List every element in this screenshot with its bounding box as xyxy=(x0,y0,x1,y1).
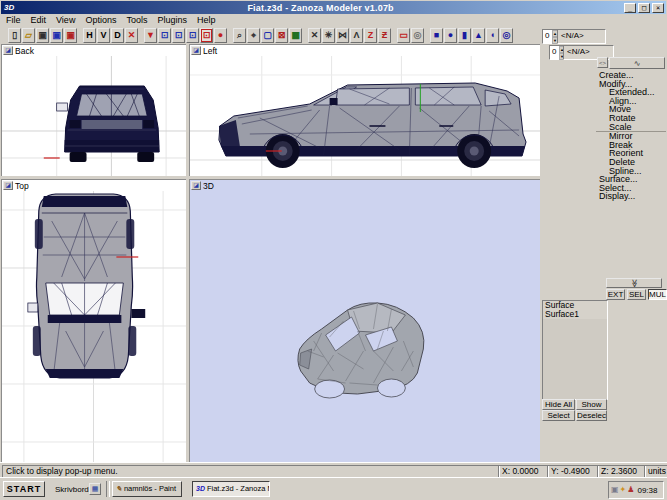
zoom-tool-button[interactable]: ⌕ xyxy=(233,28,246,43)
pick-tool-button[interactable]: ⌖ xyxy=(247,28,260,43)
primitive-box-button[interactable]: ■ xyxy=(430,28,443,43)
bones-tool-button[interactable]: Ʌ xyxy=(350,28,363,43)
minimize-button[interactable]: _ xyxy=(624,3,636,13)
weld-tool-icon: ⋈ xyxy=(338,30,347,40)
viewport-back[interactable]: ◪ Back xyxy=(1,44,187,177)
tray-icon-2[interactable]: ✦ xyxy=(620,486,627,494)
menu-file[interactable]: File xyxy=(1,15,26,25)
status-bar: Click to display pop-up menu. X: 0.0000 … xyxy=(0,462,667,478)
h-view-button[interactable]: H xyxy=(83,28,96,43)
menu-help[interactable]: Help xyxy=(192,15,221,25)
weld-tool-button[interactable]: ⋈ xyxy=(336,28,349,43)
open-file-button[interactable]: ▱ xyxy=(22,28,35,43)
red-frame-tool-icon: ▭ xyxy=(399,30,408,40)
viewport-splitter-vertical[interactable] xyxy=(186,44,189,462)
export-file-button[interactable]: ▣ xyxy=(64,28,77,43)
texture-tool-button[interactable]: ▦ xyxy=(289,28,302,43)
surface-item-surface1[interactable]: Surface1 xyxy=(543,310,607,319)
tray-icon-1[interactable]: ▣ xyxy=(611,486,619,494)
primitive-cylinder-icon: ▮ xyxy=(462,30,467,40)
star-tool-icon: ✳ xyxy=(325,30,333,40)
tray-icon-3[interactable]: ♟ xyxy=(627,486,634,494)
viewport-left[interactable]: ◪ Left xyxy=(189,44,541,177)
edges-mode-icon: ⊡ xyxy=(175,30,183,40)
star-tool-button[interactable]: ✳ xyxy=(322,28,335,43)
d-view-button[interactable]: D xyxy=(111,28,124,43)
objects-mode-icon: ⊡ xyxy=(203,30,211,40)
three-d-view-canvas[interactable] xyxy=(190,191,540,462)
zmodeler-task-button[interactable]: 3D Fiat.z3d - Zanoza Mo... xyxy=(192,481,270,497)
spline-wave-button[interactable]: ∿ xyxy=(609,57,665,69)
viewport-3d-title: 3D xyxy=(203,181,214,191)
edges-mode-button[interactable]: ⊡ xyxy=(172,28,185,43)
target-circle-tool-button[interactable]: ◎ xyxy=(411,28,424,43)
node-icon[interactable]: <> xyxy=(597,57,608,68)
primitive-cylinder-button[interactable]: ▮ xyxy=(458,28,471,43)
primitive-ellipsoid-icon: ◖ xyxy=(490,30,495,40)
collapse-panel-button[interactable]: ≫ xyxy=(606,278,662,288)
menu-plugins[interactable]: Plugins xyxy=(152,15,192,25)
top-view-canvas[interactable] xyxy=(2,191,186,462)
left-view-canvas[interactable] xyxy=(190,56,540,176)
close-button[interactable]: × xyxy=(652,3,664,13)
red-frame-tool-button[interactable]: ▭ xyxy=(397,28,410,43)
viewport-top[interactable]: ◪ Top xyxy=(1,179,187,463)
show-all-button[interactable]: Show All xyxy=(576,399,607,410)
objects-mode-button[interactable]: ⊡ xyxy=(200,28,213,43)
selection-filter-icon: ▼ xyxy=(146,30,155,40)
deselect-button[interactable]: Deselect xyxy=(576,410,607,421)
viewport-menu-icon[interactable]: ◪ xyxy=(3,181,13,190)
surface-list[interactable]: SurfaceSurface1 xyxy=(542,300,608,400)
new-file-icon: ▯ xyxy=(12,30,17,40)
primitive-sphere-button[interactable]: ● xyxy=(444,28,457,43)
toolbar: ▯ ▱ ▣ ▣ ▣ H V D ✕ ▼ xyxy=(1,26,542,44)
desktop-icon[interactable]: ▦ xyxy=(89,483,101,495)
axes-toggle-button[interactable]: ✕ xyxy=(125,28,138,43)
box-tool-button[interactable]: ▢ xyxy=(261,28,274,43)
viewport-3d[interactable]: ◪ 3D xyxy=(189,179,541,463)
tab-ext[interactable]: EXT xyxy=(606,289,625,300)
viewport-back-labelbar: ◪ Back xyxy=(2,45,186,56)
viewport-back-title: Back xyxy=(15,46,34,56)
new-file-button[interactable]: ▯ xyxy=(8,28,21,43)
primitive-torus-button[interactable]: ◎ xyxy=(500,28,513,43)
hide-all-button[interactable]: Hide All xyxy=(542,399,575,410)
menu-options[interactable]: Options xyxy=(80,15,121,25)
viewport-menu-icon[interactable]: ◪ xyxy=(191,46,201,55)
primitive-ellipsoid-button[interactable]: ◖ xyxy=(486,28,499,43)
save-file-button[interactable]: ▣ xyxy=(36,28,49,43)
viewport-splitter-horizontal[interactable] xyxy=(0,176,540,179)
v-view-button[interactable]: V xyxy=(97,28,110,43)
import-file-button[interactable]: ▣ xyxy=(50,28,63,43)
menu-tools[interactable]: Tools xyxy=(121,15,152,25)
start-button[interactable]: START xyxy=(3,481,45,497)
z-crossed-button[interactable]: Ƶ xyxy=(378,28,391,43)
tab-mul[interactable]: MUL xyxy=(648,289,667,300)
cut-tool-button[interactable]: ✕ xyxy=(308,28,321,43)
menu-command-align[interactable]: Align... xyxy=(596,97,666,106)
tab-sel[interactable]: SEL xyxy=(627,289,646,300)
material-sphere-button[interactable]: ● xyxy=(214,28,227,43)
toolbar-dropdown[interactable]: <N/A> xyxy=(557,29,606,44)
menu-command-display[interactable]: Display... xyxy=(596,192,666,201)
viewport-menu-icon[interactable]: ◪ xyxy=(3,46,13,55)
menu-command-scale[interactable]: Scale xyxy=(596,123,666,132)
select-all-button[interactable]: Select All xyxy=(542,410,575,421)
menu-bar: FileEditViewOptionsToolsPluginsHelp xyxy=(1,14,666,26)
menu-edit[interactable]: Edit xyxy=(26,15,52,25)
faces-mode-button[interactable]: ⊡ xyxy=(186,28,199,43)
viewport-menu-icon[interactable]: ◪ xyxy=(191,181,201,190)
delete-box-tool-button[interactable]: ⊠ xyxy=(275,28,288,43)
taskbar-divider xyxy=(106,481,110,497)
paint-task-button[interactable]: ✎ namnlös - Paint xyxy=(112,481,182,497)
vertices-mode-button[interactable]: ⊡ xyxy=(158,28,171,43)
selection-filter-button[interactable]: ▼ xyxy=(144,28,157,43)
menu-view[interactable]: View xyxy=(51,15,80,25)
back-view-canvas[interactable] xyxy=(2,56,186,176)
command-menu: Create...Modify...Extended...Align...Mov… xyxy=(596,71,666,201)
maximize-button[interactable]: □ xyxy=(638,3,650,13)
texture-tool-icon: ▦ xyxy=(291,30,300,40)
primitive-cone-button[interactable]: ▲ xyxy=(472,28,485,43)
car-back-wireframe xyxy=(57,86,159,162)
z-modifier-button[interactable]: Z xyxy=(364,28,377,43)
